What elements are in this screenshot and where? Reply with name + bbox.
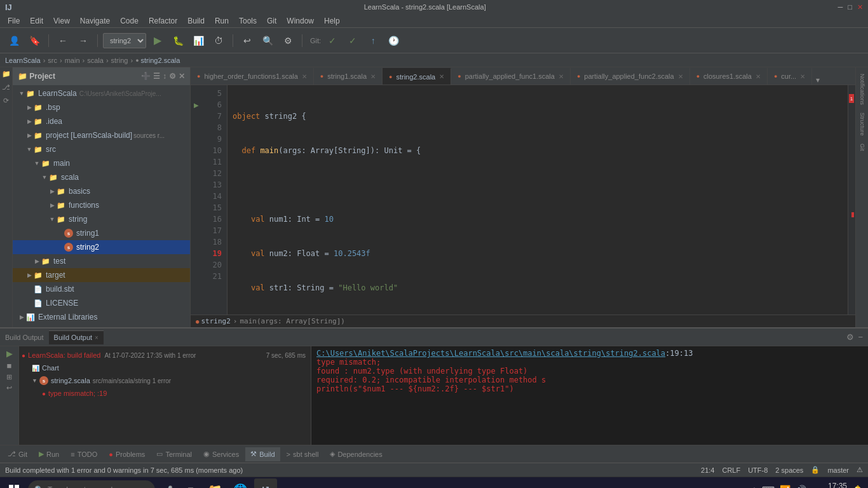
tab-more-btn[interactable]: ▾ bbox=[812, 76, 824, 85]
file-path-link[interactable]: C:\Users\Aniket\ScalaProjects\LearnScala… bbox=[316, 349, 665, 358]
build-chart[interactable]: 📊 Chart bbox=[19, 362, 311, 374]
build-type-mismatch[interactable]: ● type mismatch; :19 bbox=[19, 387, 311, 400]
notification-bell-icon[interactable]: 🔔 bbox=[852, 485, 863, 489]
minimize-window-btn[interactable]: ─ bbox=[838, 3, 843, 11]
git-activity-icon[interactable]: ⎇ bbox=[2, 83, 10, 92]
status-encoding[interactable]: CRLF bbox=[722, 466, 740, 474]
cortana-btn[interactable]: 🎤 bbox=[158, 480, 178, 489]
tab-close-cur[interactable]: ✕ bbox=[800, 73, 805, 80]
tree-basics[interactable]: ▶ 📁 basics bbox=[13, 184, 190, 198]
gutter-6[interactable]: ▶ bbox=[191, 99, 202, 111]
menu-git[interactable]: Git bbox=[262, 14, 281, 27]
coverage-btn[interactable]: 📊 bbox=[189, 32, 207, 50]
bc-main[interactable]: main bbox=[65, 57, 80, 64]
settings-btn[interactable]: ⚙ bbox=[279, 32, 297, 50]
nav-fwd-btn[interactable]: → bbox=[74, 32, 92, 50]
terminal-taskbar-btn[interactable]: ▭ bbox=[280, 478, 302, 489]
tree-build-sbt[interactable]: 📄 build.sbt bbox=[13, 282, 190, 296]
build-error-root[interactable]: ● LearnScala: build failed At 17-07-2022… bbox=[19, 349, 311, 362]
menu-window[interactable]: Window bbox=[281, 14, 319, 27]
tool-run[interactable]: ▶ Run bbox=[34, 447, 64, 461]
maximize-window-btn[interactable]: □ bbox=[848, 3, 852, 11]
status-charset[interactable]: UTF-8 bbox=[748, 466, 768, 474]
git-push-btn[interactable]: ↑ bbox=[364, 32, 382, 50]
tree-main[interactable]: ▼ 📁 main bbox=[13, 156, 190, 170]
bc-string[interactable]: string bbox=[111, 57, 128, 64]
menu-tools[interactable]: Tools bbox=[234, 14, 262, 27]
tree-project-build[interactable]: ▶ 📁 project [LearnScala-build] sources r… bbox=[13, 128, 190, 142]
tree-target[interactable]: ▶ 📁 target bbox=[13, 268, 190, 282]
tab-close-partially1[interactable]: ✕ bbox=[559, 73, 564, 80]
chrome-btn[interactable]: 🌐 bbox=[229, 478, 252, 489]
structure-tab[interactable]: Structure bbox=[858, 109, 867, 140]
tab-close-closures1[interactable]: ✕ bbox=[756, 73, 761, 80]
tab-cur[interactable]: ● cur... ✕ bbox=[768, 68, 812, 85]
tree-scala[interactable]: ▼ 📁 scala bbox=[13, 170, 190, 184]
notifications-tab[interactable]: Notifications bbox=[858, 70, 867, 109]
tree-idea[interactable]: ▶ 📁 .idea bbox=[13, 114, 190, 128]
menu-help[interactable]: Help bbox=[319, 14, 345, 27]
taskbar-up-icon[interactable]: ∧ bbox=[752, 485, 757, 488]
bc-src[interactable]: src bbox=[48, 57, 57, 64]
build-rerun-btn[interactable]: ▶ bbox=[6, 349, 13, 358]
build-settings-btn[interactable]: ⚙ bbox=[846, 332, 854, 342]
intellij-btn[interactable]: IJ bbox=[254, 478, 277, 489]
tool-terminal[interactable]: ▭ Terminal bbox=[151, 447, 197, 461]
clock[interactable]: 17:35 17-07-2022 bbox=[811, 482, 847, 489]
bookmark-btn[interactable]: 🔖 bbox=[25, 32, 43, 50]
tree-string2[interactable]: s string2 bbox=[13, 240, 190, 254]
build-stop-btn[interactable]: ■ bbox=[7, 361, 12, 370]
search-bar[interactable]: 🔍 Type here to search bbox=[28, 480, 155, 489]
bc-filename[interactable]: string2.scala bbox=[141, 57, 180, 64]
tool-dependencies[interactable]: ◈ Dependencies bbox=[325, 447, 387, 461]
build-output-tab[interactable]: Build Output × bbox=[49, 330, 104, 344]
menu-code[interactable]: Code bbox=[115, 14, 144, 27]
close-window-btn[interactable]: ✕ bbox=[857, 3, 863, 11]
tool-todo[interactable]: ≡ TODO bbox=[65, 447, 102, 461]
run-btn[interactable]: ▶ bbox=[149, 32, 166, 50]
tab-string2[interactable]: ● string2.scala ✕ bbox=[383, 68, 451, 85]
menu-view[interactable]: View bbox=[48, 14, 75, 27]
tool-sbt-shell[interactable]: > sbt shell bbox=[281, 447, 324, 461]
tree-root[interactable]: ▼ 📁 LearnScala C:\Users\Aniket\ScalaProj… bbox=[13, 86, 190, 100]
taskview-btn[interactable]: ⊞ bbox=[180, 480, 201, 489]
build-filter-btn[interactable]: ⊞ bbox=[6, 373, 12, 381]
start-btn[interactable] bbox=[3, 478, 25, 489]
tab-partially2[interactable]: ● partially_applied_func2.scala ✕ bbox=[571, 68, 690, 85]
project-close-btn[interactable]: ✕ bbox=[179, 72, 185, 81]
tree-external-libs[interactable]: ▶ 📊 External Libraries bbox=[13, 310, 190, 324]
git-check-btn[interactable]: ✓ bbox=[323, 32, 341, 50]
tree-bsp[interactable]: ▶ 📁 .bsp bbox=[13, 100, 190, 114]
build-wrap-btn[interactable]: ↩ bbox=[6, 384, 12, 392]
status-indent[interactable]: 2 spaces bbox=[775, 466, 803, 474]
build-string2-error[interactable]: ▼ s string2.scala src/main/scala/string … bbox=[19, 374, 311, 387]
menu-build[interactable]: Build bbox=[182, 14, 210, 27]
tab-closures1[interactable]: ● closures1.scala ✕ bbox=[690, 68, 768, 85]
tree-scratches[interactable]: ▶ 📋 Scratches and Consoles bbox=[13, 324, 190, 327]
tool-services[interactable]: ◉ Services bbox=[198, 447, 244, 461]
tab-partially1[interactable]: ● partially_applied_func1.scala ✕ bbox=[451, 68, 571, 85]
menu-navigate[interactable]: Navigate bbox=[75, 14, 115, 27]
menu-file[interactable]: File bbox=[3, 14, 25, 27]
tab-close-higher-order[interactable]: ✕ bbox=[302, 73, 307, 80]
status-vcs[interactable]: master bbox=[827, 466, 849, 474]
explorer-btn[interactable]: 📁 bbox=[203, 478, 226, 489]
bc-scala[interactable]: scala bbox=[87, 57, 104, 64]
tool-problems[interactable]: ● Problems bbox=[104, 447, 150, 461]
menu-run[interactable]: Run bbox=[210, 14, 234, 27]
project-add-btn[interactable]: ➕ bbox=[141, 72, 151, 81]
build-minimize-btn[interactable]: − bbox=[858, 332, 863, 342]
pull-requests-icon[interactable]: ⟳ bbox=[3, 97, 9, 105]
tree-license[interactable]: 📄 LICENSE bbox=[13, 296, 190, 310]
project-icon[interactable]: 📁 bbox=[2, 70, 11, 78]
git-clock-btn[interactable]: 🕐 bbox=[384, 32, 402, 50]
tab-close-partially2[interactable]: ✕ bbox=[678, 73, 683, 80]
tree-src[interactable]: ▼ 📁 src bbox=[13, 142, 190, 156]
debug-btn[interactable]: 🐛 bbox=[169, 32, 187, 50]
project-layout-btn[interactable]: ☰ bbox=[153, 72, 160, 81]
tab-string1[interactable]: ● string1.scala ✕ bbox=[314, 68, 383, 85]
run-config-dropdown[interactable]: string2 bbox=[103, 33, 146, 48]
tree-functions[interactable]: ▶ 📁 functions bbox=[13, 198, 190, 212]
menu-refactor[interactable]: Refactor bbox=[144, 14, 182, 27]
tab-close-string1[interactable]: ✕ bbox=[370, 73, 376, 80]
